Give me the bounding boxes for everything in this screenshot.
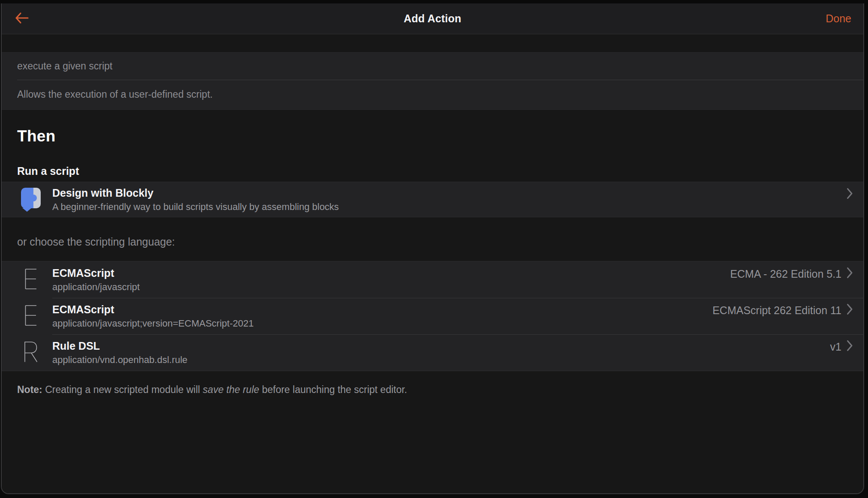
action-description: Allows the execution of a user-defined s… bbox=[2, 80, 863, 109]
letter-e-icon bbox=[25, 305, 37, 327]
language-mime: application/javascript;version=ECMAScrip… bbox=[52, 317, 712, 330]
language-title: Rule DSL bbox=[52, 339, 830, 353]
chevron-right-icon bbox=[847, 188, 853, 202]
language-title: ECMAScript bbox=[52, 266, 730, 280]
page-title: Add Action bbox=[404, 12, 461, 25]
language-row[interactable]: ECMAScript application/javascript;versio… bbox=[2, 298, 863, 334]
item-subtitle: A beginner-friendly way to build scripts… bbox=[52, 200, 847, 213]
note-italic: save the rule bbox=[203, 384, 259, 395]
language-version: v1 bbox=[830, 341, 841, 353]
run-script-heading: Run a script bbox=[17, 165, 848, 177]
chevron-right-icon bbox=[847, 303, 853, 318]
language-mime: application/javascript bbox=[52, 280, 730, 294]
language-row[interactable]: ECMAScript application/javascript ECMA -… bbox=[2, 261, 863, 298]
chevron-right-icon bbox=[847, 340, 853, 354]
language-row[interactable]: Rule DSL application/vnd.openhab.dsl.rul… bbox=[2, 334, 863, 371]
blockly-text: Design with Blockly A beginner-friendly … bbox=[52, 182, 847, 217]
note-body-1: Creating a new scripted module will bbox=[42, 384, 203, 395]
language-list: ECMAScript application/javascript ECMA -… bbox=[2, 261, 863, 371]
letter-r-icon bbox=[24, 342, 38, 364]
note-prefix: Note: bbox=[17, 384, 42, 395]
navbar: Add Action Done bbox=[2, 3, 863, 34]
note-text: Note: Creating a new scripted module wil… bbox=[17, 383, 848, 396]
blockly-icon bbox=[17, 188, 45, 212]
arrow-left-icon bbox=[15, 12, 29, 26]
language-version: ECMA - 262 Edition 5.1 bbox=[730, 268, 841, 280]
back-button[interactable] bbox=[15, 3, 29, 34]
blockly-after bbox=[847, 187, 853, 202]
action-info-group: execute a given script Allows the execut… bbox=[2, 52, 863, 110]
done-button[interactable]: Done bbox=[826, 3, 851, 34]
note-body-2: before launching the script editor. bbox=[259, 384, 407, 395]
blockly-item[interactable]: Design with Blockly A beginner-friendly … bbox=[2, 182, 863, 217]
language-version: ECMAScript 262 Edition 11 bbox=[712, 304, 841, 317]
blockly-group: Design with Blockly A beginner-friendly … bbox=[2, 182, 863, 217]
choose-language-label: or choose the scripting language: bbox=[17, 235, 848, 248]
letter-e-icon bbox=[25, 269, 37, 291]
add-action-sheet: Add Action Done execute a given script A… bbox=[1, 3, 864, 494]
then-heading: Then bbox=[17, 127, 848, 146]
language-title: ECMAScript bbox=[52, 302, 712, 317]
page-content: execute a given script Allows the execut… bbox=[2, 34, 863, 493]
item-title: Design with Blockly bbox=[52, 186, 847, 200]
chevron-right-icon bbox=[847, 267, 853, 281]
action-name-field[interactable]: execute a given script bbox=[2, 53, 863, 80]
language-mime: application/vnd.openhab.dsl.rule bbox=[52, 353, 830, 366]
